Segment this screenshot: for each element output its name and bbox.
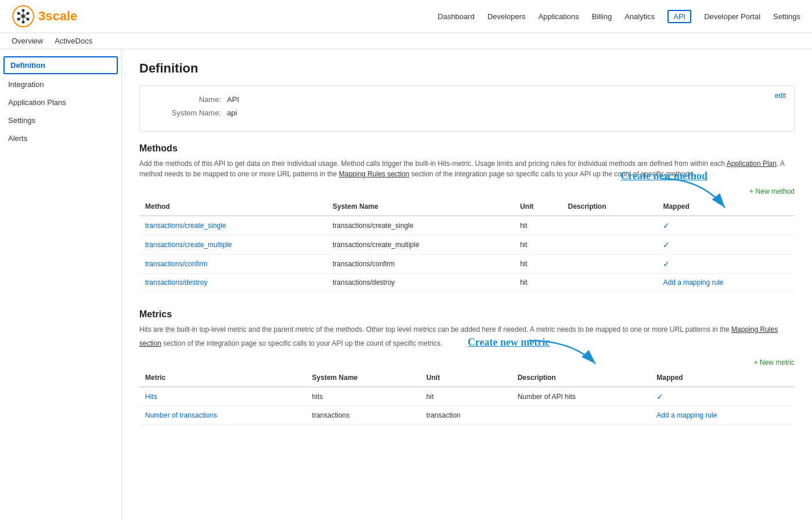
- table-row: transactions/create_multiple transaction…: [139, 235, 795, 255]
- metric-sysname-0: hits: [306, 387, 421, 407]
- methods-table-action-row: + New method: [139, 187, 795, 195]
- method-sysname-3: transactions/destroy: [327, 274, 514, 292]
- method-sysname-0: transactions/create_single: [327, 216, 514, 235]
- methods-section: Methods Add the methods of this API to g…: [139, 143, 795, 292]
- sidebar: Definition Integration Application Plans…: [0, 49, 122, 520]
- method-unit-3: hit: [514, 274, 562, 292]
- logo-text: 3scale: [38, 9, 77, 24]
- method-mapped-2: ✓: [657, 255, 795, 274]
- metric-name-1: Number of transactions: [139, 407, 306, 425]
- metrics-table-header: Metric System Name Unit Description Mapp…: [139, 369, 795, 387]
- metrics-table: Metric System Name Unit Description Mapp…: [139, 369, 795, 425]
- metrics-col-unit: Unit: [421, 369, 512, 387]
- nav-billing[interactable]: Billing: [592, 12, 612, 21]
- main-content: Definition edit Name: API System Name: a…: [122, 49, 812, 520]
- methods-table: Method System Name Unit Description Mapp…: [139, 198, 795, 292]
- method-desc-1: [562, 235, 658, 255]
- system-name-value: api: [227, 108, 237, 117]
- system-name-field: System Name: api: [151, 108, 782, 117]
- table-row: transactions/destroy transactions/destro…: [139, 274, 795, 292]
- method-unit-0: hit: [514, 216, 562, 235]
- nav-analytics[interactable]: Analytics: [625, 12, 655, 21]
- nav-dashboard[interactable]: Dashboard: [438, 12, 475, 21]
- create-metric-annotation: Create new metric: [468, 335, 550, 350]
- mapping-rules-link-metrics[interactable]: Mapping Rules section: [139, 325, 778, 347]
- application-plan-link[interactable]: Application Plan: [727, 160, 777, 168]
- metrics-col-mapped: Mapped: [651, 369, 795, 387]
- methods-col-system-name: System Name: [327, 198, 514, 216]
- table-row: Number of transactions transactions tran…: [139, 407, 795, 425]
- metrics-title: Metrics: [139, 309, 795, 320]
- sub-navigation: Overview ActiveDocs: [0, 33, 812, 49]
- top-navigation: 3scale Dashboard Developers Applications…: [0, 0, 812, 33]
- table-row: transactions/create_single transactions/…: [139, 216, 795, 235]
- logo[interactable]: 3scale: [12, 5, 77, 28]
- name-value: API: [227, 95, 239, 104]
- metrics-col-system-name: System Name: [306, 369, 421, 387]
- methods-col-unit: Unit: [514, 198, 562, 216]
- metric-desc-1: [512, 407, 651, 425]
- method-unit-1: hit: [514, 235, 562, 255]
- method-name-0: transactions/create_single: [139, 216, 327, 235]
- method-desc-0: [562, 216, 658, 235]
- metrics-description: Hits are the built-in top-level metric a…: [139, 324, 795, 350]
- method-mapped-1: ✓: [657, 235, 795, 255]
- metric-mapped-0: ✓: [651, 387, 795, 407]
- method-name-1: transactions/create_multiple: [139, 235, 327, 255]
- method-sysname-2: transactions/confirm: [327, 255, 514, 274]
- sidebar-item-definition[interactable]: Definition: [3, 56, 118, 74]
- sidebar-item-settings[interactable]: Settings: [0, 111, 121, 129]
- table-row: transactions/confirm transactions/confir…: [139, 255, 795, 274]
- methods-col-description: Description: [562, 198, 658, 216]
- name-label: Name:: [151, 95, 221, 104]
- mapping-rules-link-methods[interactable]: Mapping Rules section: [339, 170, 409, 178]
- main-nav: Dashboard Developers Applications Billin…: [438, 10, 800, 23]
- nav-applications[interactable]: Applications: [538, 12, 579, 21]
- new-metric-button[interactable]: + New metric: [754, 358, 795, 367]
- metric-unit-0: hit: [421, 387, 512, 407]
- method-sysname-1: transactions/create_multiple: [327, 235, 514, 255]
- methods-col-mapped: Mapped: [657, 198, 795, 216]
- table-row: Hits hits hit Number of API hits ✓: [139, 387, 795, 407]
- method-name-2: transactions/confirm: [139, 255, 327, 274]
- metrics-section: Metrics Hits are the built-in top-level …: [139, 309, 795, 425]
- subnav-overview[interactable]: Overview: [12, 37, 43, 45]
- main-layout: Definition Integration Application Plans…: [0, 49, 812, 520]
- metric-name-0: Hits: [139, 387, 306, 407]
- name-field: Name: API: [151, 95, 782, 104]
- system-name-label: System Name:: [151, 108, 221, 117]
- definition-card: edit Name: API System Name: api: [139, 85, 795, 132]
- nav-settings[interactable]: Settings: [773, 12, 800, 21]
- method-desc-2: [562, 255, 658, 274]
- metrics-col-metric: Metric: [139, 369, 306, 387]
- method-name-3: transactions/destroy: [139, 274, 327, 292]
- method-unit-2: hit: [514, 255, 562, 274]
- methods-table-header: Method System Name Unit Description Mapp…: [139, 198, 795, 216]
- method-mapped-0: ✓: [657, 216, 795, 235]
- methods-col-method: Method: [139, 198, 327, 216]
- nav-api[interactable]: API: [667, 10, 691, 23]
- metrics-table-action-row: + New metric: [139, 358, 795, 367]
- subnav-activedocs[interactable]: ActiveDocs: [55, 37, 92, 45]
- nav-developer-portal[interactable]: Developer Portal: [704, 12, 760, 21]
- page-title: Definition: [139, 61, 795, 76]
- metric-sysname-1: transactions: [306, 407, 421, 425]
- sidebar-item-alerts[interactable]: Alerts: [0, 129, 121, 147]
- metric-desc-0: Number of API hits: [512, 387, 651, 407]
- edit-link[interactable]: edit: [775, 92, 786, 100]
- methods-description: Add the methods of this API to get data …: [139, 158, 795, 179]
- new-method-button[interactable]: + New method: [749, 187, 795, 195]
- nav-developers[interactable]: Developers: [488, 12, 526, 21]
- metric-mapped-1: Add a mapping rule: [651, 407, 795, 425]
- sidebar-item-integration[interactable]: Integration: [0, 75, 121, 93]
- method-mapped-3: Add a mapping rule: [657, 274, 795, 292]
- method-desc-3: [562, 274, 658, 292]
- logo-icon: [12, 5, 35, 28]
- metric-unit-1: transaction: [421, 407, 512, 425]
- methods-title: Methods: [139, 143, 795, 154]
- create-metric-arrow: [526, 338, 619, 372]
- sidebar-item-application-plans[interactable]: Application Plans: [0, 93, 121, 111]
